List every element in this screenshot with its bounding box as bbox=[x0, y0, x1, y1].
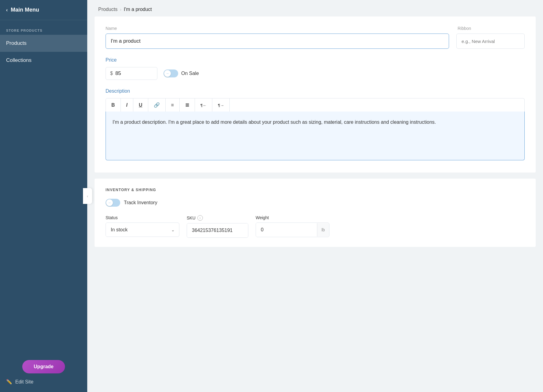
on-sale-toggle[interactable] bbox=[164, 69, 178, 77]
weight-input-wrap: lb bbox=[256, 223, 329, 237]
ordered-list-icon: ≣ bbox=[185, 102, 189, 108]
status-select-wrap: In stock Out of stock Pre-order ⌄ bbox=[106, 223, 179, 237]
toolbar-spacer bbox=[230, 98, 524, 112]
ribbon-field-label: Ribbon bbox=[458, 26, 471, 31]
on-sale-toggle-wrap: On Sale bbox=[164, 69, 199, 77]
toolbar-indent-left-button[interactable]: ¶← bbox=[195, 98, 212, 112]
sidebar-section-label: STORE PRODUCTS bbox=[0, 20, 87, 35]
breadcrumb-current: I'm a product bbox=[124, 7, 152, 12]
underline-icon: U bbox=[139, 102, 142, 108]
sidebar-item-products[interactable]: Products bbox=[0, 35, 87, 52]
price-input-wrap: $ bbox=[106, 67, 157, 80]
toolbar-link-button[interactable]: 🔗 bbox=[148, 98, 166, 112]
edit-site-label: Edit Site bbox=[15, 379, 34, 385]
description-text-area[interactable]: I'm a product description. I'm a great p… bbox=[106, 112, 525, 160]
sku-field: SKU i bbox=[187, 215, 248, 238]
sidebar-bottom: Upgrade ✏️ Edit Site bbox=[0, 353, 87, 392]
toolbar-italic-button[interactable]: I bbox=[121, 98, 133, 112]
ribbon-input[interactable] bbox=[456, 34, 525, 49]
weight-label: Weight bbox=[256, 215, 329, 220]
upgrade-button[interactable]: Upgrade bbox=[22, 360, 65, 373]
currency-symbol: $ bbox=[110, 71, 113, 76]
main-menu-label: Main Menu bbox=[11, 7, 39, 13]
status-label: Status bbox=[106, 215, 179, 220]
main-menu-item[interactable]: ‹ Main Menu bbox=[0, 0, 87, 20]
weight-input[interactable] bbox=[256, 223, 317, 237]
name-field-label: Name bbox=[106, 26, 117, 31]
product-card: Name Ribbon Price $ On Sale bbox=[95, 16, 536, 173]
sidebar-item-collections-label: Collections bbox=[6, 57, 31, 63]
pencil-icon: ✏️ bbox=[6, 379, 12, 385]
sku-input-wrap bbox=[187, 223, 248, 238]
form-row-inputs bbox=[106, 34, 525, 49]
breadcrumb-parent[interactable]: Products bbox=[98, 7, 117, 12]
toggle-knob bbox=[164, 70, 171, 77]
sku-label: SKU i bbox=[187, 215, 248, 221]
toolbar-underline-button[interactable]: U bbox=[133, 98, 148, 112]
edit-site-row[interactable]: ✏️ Edit Site bbox=[6, 379, 81, 385]
price-row: $ On Sale bbox=[106, 67, 525, 80]
price-label: Price bbox=[106, 57, 525, 63]
collapse-icon: ‹ bbox=[87, 194, 88, 198]
italic-icon: I bbox=[126, 102, 128, 108]
indent-right-icon: ¶→ bbox=[218, 103, 224, 108]
ribbon-label-col: Ribbon bbox=[458, 26, 525, 31]
toolbar-indent-right-button[interactable]: ¶→ bbox=[212, 98, 230, 112]
unordered-list-icon: ≡ bbox=[171, 102, 174, 108]
toolbar-bold-button[interactable]: B bbox=[106, 98, 121, 112]
status-select[interactable]: In stock Out of stock Pre-order bbox=[106, 223, 167, 237]
description-section: Description B I U 🔗 ≡ ≣ ¶← ¶→ I'm a prod… bbox=[106, 88, 525, 160]
main-content: Products › I'm a product Name Ribbon Pri… bbox=[87, 0, 543, 392]
breadcrumb: Products › I'm a product bbox=[87, 0, 543, 16]
link-icon: 🔗 bbox=[154, 102, 160, 108]
sku-input[interactable] bbox=[187, 223, 248, 237]
track-inventory-toggle-knob bbox=[106, 199, 113, 206]
toolbar-ordered-list-button[interactable]: ≣ bbox=[180, 98, 195, 112]
sku-info-icon[interactable]: i bbox=[197, 215, 203, 221]
chevron-left-icon: ‹ bbox=[6, 7, 8, 13]
sidebar-item-collections[interactable]: Collections bbox=[0, 52, 87, 69]
track-inventory-row: Track Inventory bbox=[106, 199, 525, 207]
name-label-col: Name bbox=[106, 26, 450, 31]
track-inventory-label: Track Inventory bbox=[124, 200, 157, 205]
form-row-labels: Name Ribbon bbox=[106, 26, 525, 31]
sidebar-collapse-button[interactable]: ‹ bbox=[83, 188, 92, 204]
inventory-card: INVENTORY & SHIPPING Track Inventory Sta… bbox=[95, 179, 536, 247]
weight-field: Weight lb bbox=[256, 215, 329, 238]
rich-text-toolbar: B I U 🔗 ≡ ≣ ¶← ¶→ bbox=[106, 98, 525, 112]
breadcrumb-separator: › bbox=[120, 7, 121, 12]
toolbar-unordered-list-button[interactable]: ≡ bbox=[166, 98, 180, 112]
on-sale-label: On Sale bbox=[181, 71, 199, 76]
price-input[interactable] bbox=[115, 70, 146, 77]
indent-left-icon: ¶← bbox=[200, 103, 207, 108]
track-inventory-toggle[interactable] bbox=[106, 199, 120, 207]
weight-unit: lb bbox=[317, 223, 329, 237]
inventory-fields: Status In stock Out of stock Pre-order ⌄… bbox=[106, 215, 525, 238]
sidebar-item-products-label: Products bbox=[6, 40, 27, 46]
status-field: Status In stock Out of stock Pre-order ⌄ bbox=[106, 215, 179, 238]
bold-icon: B bbox=[111, 102, 115, 108]
description-label: Description bbox=[106, 88, 525, 94]
chevron-down-icon: ⌄ bbox=[167, 227, 179, 232]
sidebar: ‹ Main Menu STORE PRODUCTS Products Coll… bbox=[0, 0, 87, 392]
name-input[interactable] bbox=[106, 34, 449, 49]
inventory-section-title: INVENTORY & SHIPPING bbox=[106, 188, 525, 192]
